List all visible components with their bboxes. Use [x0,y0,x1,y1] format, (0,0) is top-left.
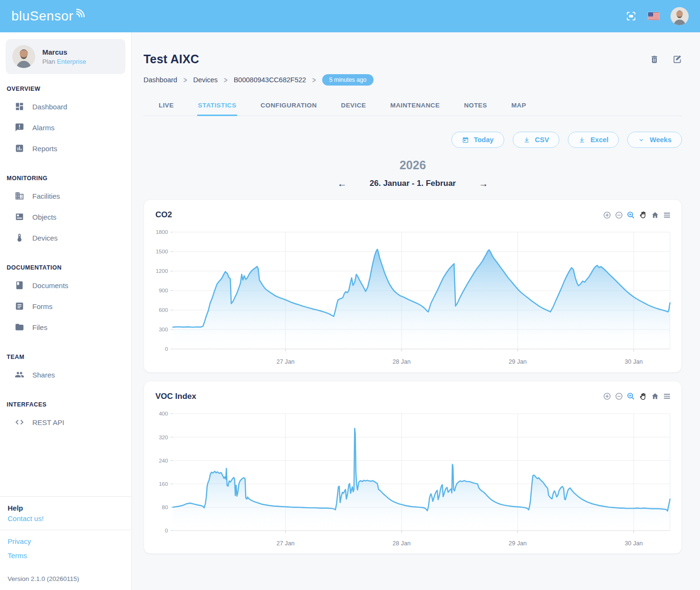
tab-maintenance[interactable]: MAINTENANCE [389,96,441,116]
logo-text: bluSensor [11,7,74,26]
sidebar-item-devices[interactable]: Devices [7,227,126,248]
zoom-in-icon[interactable] [603,211,611,219]
sidebar-item-rest-api[interactable]: REST API [7,412,126,433]
last-seen-badge: 5 minutes ago [322,74,374,86]
selection-zoom-icon[interactable] [627,211,635,219]
section-title: OVERVIEW [7,86,126,92]
fullscreen-icon[interactable] [625,10,637,22]
terms-link[interactable]: Terms [8,551,124,560]
x-tick-label: 27 Jan [277,540,295,546]
breadcrumb-device-id[interactable]: B00080943CC682F522 [234,76,306,84]
sidebar-item-label: Documents [32,281,68,290]
files-icon [15,322,24,332]
y-tick-label: 300 [159,326,168,332]
year-label: 2026 [144,158,682,172]
x-tick-label: 29 Jan [508,540,527,546]
reports-icon [15,144,24,153]
forms-icon [15,301,24,311]
zoom-in-icon[interactable] [603,392,611,400]
facilities-icon [15,191,24,201]
user-avatar[interactable] [671,7,689,25]
tab-notes[interactable]: NOTES [463,96,488,116]
zoom-out-icon[interactable] [615,211,623,219]
logo[interactable]: bluSensor [11,7,87,26]
menu-icon[interactable] [663,211,671,219]
home-icon[interactable] [651,211,659,219]
sidebar-item-facilities[interactable]: Facilities [7,185,126,206]
device-actions [650,55,682,64]
sidebar-item-label: Dashboard [32,103,67,111]
legal-block: Privacy Terms [0,530,131,567]
dashboard-icon [15,102,24,111]
co2-chart[interactable]: 030060090012001500180027 Jan28 Jan29 Jan… [151,223,675,369]
tab-map[interactable]: MAP [510,96,527,116]
menu-icon[interactable] [663,392,671,400]
tab-configuration[interactable]: CONFIGURATION [259,96,317,116]
sidebar-nav: OVERVIEW Dashboard Alarms Reports MONITO… [0,74,131,433]
chart-line [173,428,670,511]
y-tick-label: 80 [162,504,168,510]
zoom-out-icon[interactable] [615,392,623,400]
sidebar-item-documents[interactable]: Documents [7,275,126,296]
prev-week-arrow[interactable]: ← [337,179,347,188]
voc-chart-card: VOC Index 08016024032040027 Jan28 Jan29 … [144,381,682,554]
excel-button[interactable]: Excel [568,132,619,148]
y-tick-label: 1800 [156,229,168,235]
tab-statistics[interactable]: STATISTICS [197,96,238,116]
home-icon[interactable] [651,392,659,400]
sidebar-item-dashboard[interactable]: Dashboard [7,96,126,117]
sidebar-item-files[interactable]: Files [7,317,126,338]
csv-button[interactable]: CSV [513,132,560,148]
delete-icon[interactable] [650,55,659,64]
sidebar-item-label: Forms [32,302,53,310]
chart-toolbar [603,392,671,401]
edit-icon[interactable] [672,55,682,64]
version-label: Version 2.1.0 (20260115) [0,567,131,590]
user-card[interactable]: Marcus Plan Enterprise [6,39,125,74]
voc-index-plot: 08016024032040027 Jan28 Jan29 Jan30 Jan [151,405,675,551]
sidebar-item-label: Reports [32,145,58,153]
y-tick-label: 600 [159,307,168,313]
nav-section-monitoring: MONITORING Facilities Objects Devices [7,175,126,248]
sidebar-item-shares[interactable]: Shares [7,364,126,385]
date-navigation: ← 26. Januar - 1. Februar → [144,179,682,188]
breadcrumb-devices[interactable]: Devices [193,76,218,84]
plan-label: Plan [42,58,55,65]
chart-title: VOC Index [155,392,196,401]
x-tick-label: 30 Jan [625,540,643,546]
date-range-label: 26. Januar - 1. Februar [370,179,456,188]
y-tick-label: 1200 [156,268,168,274]
sidebar-item-label: REST API [32,418,64,426]
objects-icon [15,212,24,222]
us-flag-icon[interactable] [648,12,659,20]
contact-link[interactable]: Contact us! [8,514,124,522]
page-title: Test AIXC [144,52,199,66]
excel-label: Excel [590,136,608,144]
sidebar-item-reports[interactable]: Reports [7,138,126,159]
y-tick-label: 240 [159,457,168,463]
tab-bar: LIVE STATISTICS CONFIGURATION DEVICE MAI… [144,96,682,116]
sidebar-item-forms[interactable]: Forms [7,296,126,317]
weeks-dropdown[interactable]: Weeks [627,132,682,148]
user-info: Marcus Plan Enterprise [42,48,86,65]
privacy-link[interactable]: Privacy [8,537,124,545]
voc-chart[interactable]: 08016024032040027 Jan28 Jan29 Jan30 Jan [151,405,675,551]
pan-icon[interactable] [639,211,647,219]
plan-value: Enterprise [57,58,86,65]
today-button[interactable]: Today [451,132,504,148]
selection-zoom-icon[interactable] [627,392,635,400]
help-block: Help Contact us! [0,496,131,530]
co2-card-header: CO2 [151,207,675,221]
breadcrumb-dashboard[interactable]: Dashboard [144,76,177,84]
sidebar-item-alarms[interactable]: Alarms [7,117,126,138]
sidebar-avatar [12,45,35,68]
x-tick-label: 30 Jan [625,358,643,365]
sidebar-item-objects[interactable]: Objects [7,206,126,227]
next-week-arrow[interactable]: → [479,179,488,188]
y-tick-label: 160 [159,481,168,487]
tab-live[interactable]: LIVE [158,96,175,116]
tab-device[interactable]: DEVICE [340,96,367,116]
chevron-right-icon: > [183,75,187,85]
pan-icon[interactable] [639,392,647,401]
today-label: Today [474,136,494,144]
